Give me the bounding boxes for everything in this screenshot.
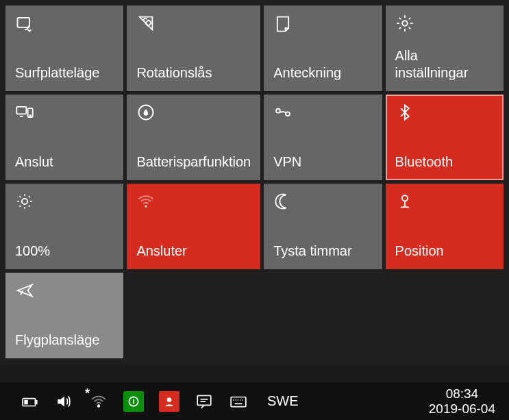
quick-action-tile-wifi[interactable]: Ansluter [127,184,260,269]
tray-time: 08:34 [429,386,495,402]
svg-point-20 [167,397,172,402]
rotation-lock-icon [136,14,160,34]
tile-label: Ansluter [136,243,251,260]
brightness-icon [15,192,38,212]
svg-rect-21 [197,395,211,405]
svg-rect-24 [231,397,246,406]
tile-label: Bluetooth [395,153,494,171]
volume-tray-icon[interactable] [55,392,74,411]
tray-date: 2019-06-04 [429,402,495,417]
bluetooth-icon [395,103,419,123]
tile-label: Flygplansläge [15,332,114,349]
quick-action-tile-quiet-hours-moon[interactable]: Tysta timmar [264,184,382,269]
quick-action-tile-rotation-lock[interactable]: Rotationslås [127,5,260,91]
tile-label: Surfplatteläge [15,64,114,82]
taskbar: * SWE 08:34 2019-06-04 [0,382,509,420]
svg-rect-0 [18,18,30,27]
quick-action-tile-location-pin[interactable]: Position [386,184,504,269]
quiet-hours-moon-icon [273,192,297,212]
wifi-tray-icon[interactable]: * [89,392,108,411]
svg-point-17 [98,405,100,407]
quick-action-tile-note[interactable]: Anteckning [264,5,382,91]
tile-label: Anteckning [273,64,372,82]
tile-label: VPN [273,153,372,171]
vpn-icon [273,103,297,123]
svg-point-6 [29,115,30,116]
language-indicator[interactable]: SWE [267,393,299,409]
tray-app-red-icon[interactable] [159,391,179,412]
connect-devices-icon [15,103,38,123]
quick-action-tile-brightness[interactable]: 100% [5,184,123,269]
tile-label: Alla inställningar [395,47,494,82]
tray-app-green-icon[interactable] [123,391,144,412]
tile-label: 100% [15,243,114,260]
quick-action-tile-airplane-mode[interactable]: Flygplansläge [5,273,123,358]
wifi-icon [136,192,160,212]
quick-action-tile-bluetooth[interactable]: Bluetooth [386,95,504,180]
tray-clock[interactable]: 08:34 2019-06-04 [429,386,495,417]
quick-action-tile-connect-devices[interactable]: Anslut [5,95,123,180]
svg-point-11 [145,205,147,207]
quick-action-tile-vpn[interactable]: VPN [264,95,382,180]
quick-action-tile-tablet-mode[interactable]: Surfplatteläge [5,5,123,91]
svg-rect-3 [16,107,26,114]
battery-tray-icon[interactable] [21,392,40,411]
settings-gear-icon [395,14,419,34]
svg-rect-1 [145,20,151,26]
tablet-mode-icon [15,14,38,34]
svg-point-10 [22,199,27,204]
tile-label: Tysta timmar [273,243,372,260]
quick-action-tile-settings-gear[interactable]: Alla inställningar [386,5,504,91]
tile-label: Rotationslås [136,64,251,82]
tile-label: Position [395,243,494,260]
action-center-panel: SurfplattelägeRotationslåsAnteckningAlla… [0,0,509,364]
svg-rect-16 [24,399,27,404]
notifications-tray-icon[interactable] [195,392,214,411]
airplane-mode-icon [15,281,38,301]
quick-action-tile-battery-saver[interactable]: Batterisparfunktion [127,95,260,180]
location-pin-icon [395,192,419,212]
tile-label: Batterisparfunktion [136,153,251,171]
note-icon [273,14,297,34]
touch-keyboard-tray-icon[interactable] [229,392,248,411]
svg-point-2 [402,21,407,25]
svg-rect-15 [36,400,37,403]
tile-label: Anslut [15,153,114,171]
battery-saver-icon [136,103,160,123]
svg-point-12 [401,195,407,201]
